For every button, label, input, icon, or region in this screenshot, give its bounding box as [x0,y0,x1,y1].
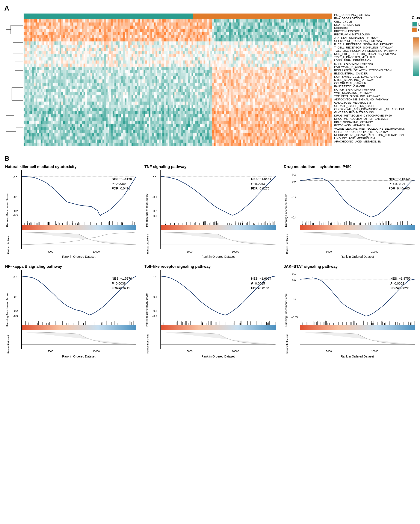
y-tick-m02-tnf: −0.2 [152,210,157,213]
panel-b-label: B [4,155,416,162]
figure-container: A [4,4,416,359]
gene-label-glycerolipid-metabolism: GLYCEROLIPID_METABOLISM [334,111,405,114]
gsea-chart-drug: NES=−2.15434 P=3.87e-06 FDR=9.40e-05 0.2… [300,170,415,219]
gsea-chart-nfkb: NES=−1.5970 P=0.0038 FDR=0.0215 0.0 −0.1… [21,270,136,319]
x-tick-10000-nfkb: 10000 [93,350,100,353]
y-label-enrichment-tnf: Running Enrichment Score [145,193,148,227]
color-scale-row: 3 2 1 0 −1 −2 −3 [413,37,420,76]
gsea-title-nfkb: NF–kappa B signaling pathway [5,264,136,269]
gsea-chart-nk: NES=−1.5165 P=0.0089 FDR=0.0471 0.0 −0.1… [21,170,136,219]
y-label-ranked-nk: Ranked List Metric [7,234,10,254]
y-label-enrichment-toll: Running Enrichment Score [145,293,148,327]
gene-label-tgf-beta-signaling-pathway: TGF_BETA_SIGNALING_PATHWAY [334,95,405,98]
tick-canvas-drug [300,219,415,225]
gene-label-regulation-of-actin-cytoskeleton: REGULATION_OF_ACTIN_CYTOSKELETON [334,69,405,72]
p-nfkb: P [112,281,114,285]
panel-a-label: A [4,4,416,12]
gene-label-ppar-signaling-pathway: PPAR_SIGNALING_PATHWAY [334,121,405,124]
legend-low-label: Low [418,23,420,26]
gsea-subplot-jakstat: Running Enrichment Score NES=−1.8755 P=0… [300,270,415,358]
gradient-bar-toll [161,325,275,330]
legend-cluster-title: Cluster [412,16,420,20]
gene-label-citrate-cycle-tca-cycle: CITRATE_CYCLE_TCA_CYCLE [334,105,405,107]
gene-label-drug-metabolism-other-enzymes: DRUG_METABOLISM_OTHER_ENZYMES [334,117,405,120]
gsea-plot-tnf: TNF signaling pathway Running Enrichment… [144,164,276,259]
tick-canvas-tnf [161,219,275,225]
gsea-title-drug: Drug metabolism – cytochrome P450 [284,165,415,169]
cluster-low-bar [24,14,193,19]
ranked-metric-jakstat: Ranked List Metric 5000 10000 [300,330,415,349]
gene-label-notch-signaling-pathway: NOTCH_SIGNALING_PATHWAY [334,88,405,91]
gradient-bar-nk [21,225,136,230]
y-tick-0-tnf: 0.0 [153,176,156,179]
gsea-grid: Natural killer cell mediated cytotoxicit… [4,164,416,359]
legend-low-color [412,22,417,26]
gene-label-chemokine-signaling-pathway: CHEMOKINE_SIGNALING_PATHWAY [334,39,405,43]
gene-label-toll-like-receptor-signaling-pathway: TOLL_LIKE_RECEPTOR_SIGNALING_PATHWAY [334,49,405,52]
tick-marks-jakstat [300,319,415,325]
y-label-enrichment-jakstat: Running Enrichment Score [284,293,288,327]
gene-label-adipocytokine-signaling-pathway: ADIPOCYTOKINE_SIGNALING_PATHWAY [334,98,405,101]
gsea-stats-toll: NES=−1.6654 P=0.0015 FDR=0.0104 [251,276,271,291]
ranked-svg-drug [300,230,415,249]
nes-tnf: NES=−1.6481 [251,176,271,181]
tick-canvas-nk [22,219,136,225]
y-tick-0-drug: 0.0 [292,180,296,183]
ranked-metric-toll: Ranked List Metric 5000 10000 [161,330,275,349]
gradient-bar-drug [300,225,415,230]
x-tick-10000-toll: 10000 [232,350,239,353]
gsea-plot-nk-cell: Natural killer cell mediated cytotoxicit… [4,164,137,259]
gsea-plot-nfkb: NF–kappa B signaling pathway Running Enr… [4,263,137,359]
p-toll: P [251,281,253,285]
y-tick-m04-drug: −0.4 [291,216,296,219]
nes-jakstat: NES=−1.8755 [390,276,411,281]
gene-label-endometrial-cancer: ENDOMETRIAL_CANCER [334,72,405,75]
y-tick-m02-nk: −0.2 [13,210,18,213]
p-tnf: P [251,182,253,185]
gsea-subplot-drug: Running Enrichment Score NES=−2.15434 P=… [300,170,415,258]
dendrogram-svg [4,12,23,143]
gene-label-arachidonic-acid-metabolism: ARACHIDONIC_ACID_METABOLISM [334,140,405,143]
y-tick-m03-nfkb: −0.3 [13,315,18,318]
x-axis-label-toll: Rank in Ordered Dataset [161,355,275,358]
fdr-tnf: FDR=0.0275 [251,186,271,191]
tick-canvas-jakstat [300,319,415,325]
x-tick-10000-jakstat: 10000 [371,350,378,353]
y-label-ranked-nfkb: Ranked List Metric [7,334,10,354]
gene-label-dna-replication: DNA_REPLICATION [334,23,405,26]
gene-label-linoleic-acid-metabolism: LINOLEIC_ACID_METABOLISM [334,137,405,140]
gene-label-mtor-signaling-pathway: MTOR_SIGNALING_PATHWAY [334,79,405,81]
ranked-svg-toll [161,330,275,349]
ranked-svg-tnf [161,230,275,249]
gsea-chart-tnf: NES=−1.6481 P=0.0053 FDR=0.0275 0.0 −0.1… [161,170,275,219]
tick-canvas-toll [161,319,275,325]
x-axis-label-nk: Rank in Ordered Dataset [21,255,136,258]
gene-label-cell-cycle: CELL_CYCLE [334,20,405,23]
y-tick-02-drug: 0.2 [292,173,296,176]
cluster-color-bar [24,14,332,19]
x-tick-5000-nfkb: 5000 [47,350,53,353]
gradient-bar-jakstat [300,325,415,330]
heatmap-main [24,14,332,146]
gsea-chart-toll: NES=−1.6654 P=0.0015 FDR=0.0104 0.0 −0.1… [161,270,275,319]
gsea-stats-nfkb: NES=−1.5970 P=0.0038 FDR=0.0215 [112,276,132,291]
gradient-bar-nfkb [21,325,136,330]
y-tick-m03-toll: −0.3 [152,315,157,318]
gene-label-colorectal-cancer: COLORECTAL_CANCER [334,82,405,85]
tick-marks-nfkb [21,319,136,325]
color-scale-bar [413,37,419,76]
gene-label-pathways-in-cancer: PATHWAYS_IN_CANCER [334,65,405,69]
y-label-enrichment-nk: Running Enrichment Score [6,193,9,227]
y-label-enrichment-nfkb: Running Enrichment Score [6,293,9,327]
p-nk: P [112,182,114,185]
legend-high-label: High [418,28,420,32]
y-tick-01-jakstat: 0.1 [292,272,296,275]
dendrogram-left [4,14,24,142]
gsea-stats-jakstat: NES=−1.8755 P=0.0002 FDR=0.0022 [390,276,411,291]
x-tick-5000-jakstat: 5000 [326,350,332,353]
y-tick-m02-jakstat: −0.2 [291,298,296,301]
x-tick-10000-drug: 10000 [371,250,378,253]
y-tick-m02-toll: −0.2 [152,309,157,312]
y-tick-m01-tnf: −0.1 [152,196,157,199]
gene-label-type-ii-diabetes-mellitus: TYPE_II_DIABETES_MELLITUS [334,56,405,59]
